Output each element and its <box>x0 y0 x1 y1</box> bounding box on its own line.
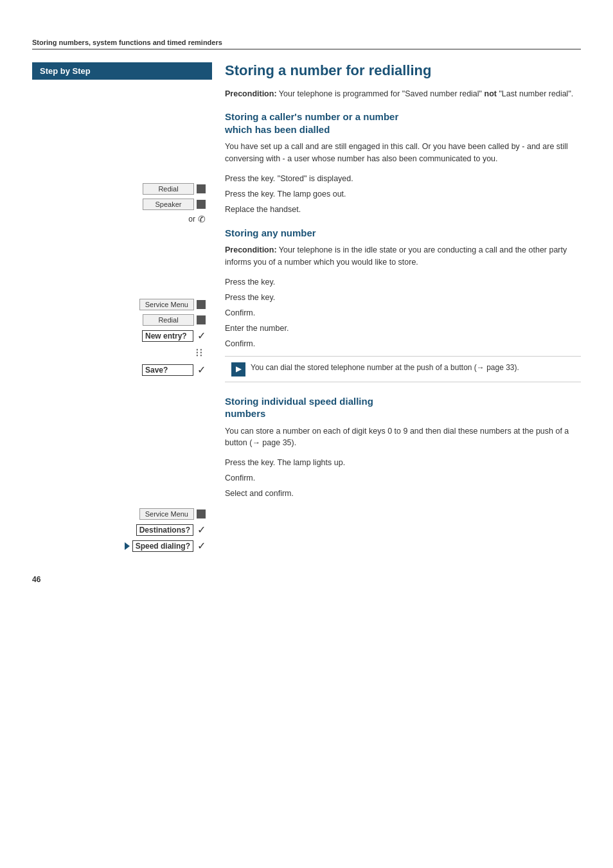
speed-dialing-check: ✓ <box>197 540 206 552</box>
section2-precondition-label: Precondition: <box>225 245 277 254</box>
section3-action3: Select and confirm. <box>225 488 581 500</box>
speaker-key-row: Speaker <box>39 199 212 210</box>
speed-dialing-arrow <box>125 542 130 550</box>
service-menu-key-row-2: Service Menu <box>39 508 212 520</box>
redial-key-row: Redial <box>39 183 212 195</box>
section2-precondition-text: Your telephone is in the idle state or y… <box>225 245 567 267</box>
save-check: ✓ <box>197 364 206 376</box>
redial-key[interactable]: Redial <box>143 183 194 195</box>
page-number: 46 <box>32 575 581 584</box>
new-entry-label: New entry? <box>142 330 193 342</box>
keypad-icon: ⁝⁝ <box>195 346 203 360</box>
section1-action1: Press the key. "Stored" is displayed. <box>225 173 581 186</box>
key-indicator-redial <box>197 184 206 193</box>
section3-action2: Confirm. <box>225 472 581 485</box>
section1-heading: Storing a caller's number or a number wh… <box>225 111 581 136</box>
key-indicator-redial2 <box>197 315 206 324</box>
precondition-1-text2: "Last number redial". <box>497 89 573 98</box>
service-menu-key-row-1: Service Menu <box>39 299 212 310</box>
section2-action3: Confirm. <box>225 307 581 320</box>
or-text: or <box>188 215 195 224</box>
section1-action3: Replace the handset. <box>225 204 581 217</box>
precondition-1-label: Precondition: <box>225 89 277 98</box>
redial-key-row-2: Redial <box>39 314 212 326</box>
info-box: ▶ You can dial the stored telephone numb… <box>225 356 581 382</box>
precondition-1: Precondition: Your telephone is programm… <box>225 88 581 100</box>
speed-dialing-row: Speed dialing? ✓ <box>39 540 212 552</box>
new-entry-check: ✓ <box>197 330 206 342</box>
section3-heading-line1: Storing individual speed dialling <box>225 396 373 407</box>
service-menu-key-1[interactable]: Service Menu <box>139 299 194 310</box>
new-entry-row: New entry? ✓ <box>39 330 212 342</box>
section1-body: You have set up a call and are still eng… <box>225 141 581 165</box>
speed-dialing-label: Speed dialing? <box>132 540 193 552</box>
right-column: Storing a number for redialling Precondi… <box>212 62 581 556</box>
main-title: Storing a number for redialling <box>225 62 581 79</box>
precondition-1-bold: not <box>484 89 497 98</box>
save-row: Save? ✓ <box>39 364 212 376</box>
handset-icon: ✆ <box>198 214 206 224</box>
key-indicator-service2 <box>197 509 206 518</box>
precondition-1-text: Your telephone is programmed for "Saved … <box>277 89 484 98</box>
speaker-key[interactable]: Speaker <box>143 199 194 210</box>
section1-action2: Press the key. The lamp goes out. <box>225 188 581 201</box>
page-header: Storing numbers, system functions and ti… <box>32 39 581 49</box>
section2-precondition: Precondition: Your telephone is in the i… <box>225 244 581 269</box>
section3-action1: Press the key. The lamp lights up. <box>225 457 581 470</box>
section1-heading-line1: Storing a caller's number or a number <box>225 111 398 122</box>
section2-heading: Storing any number <box>225 227 581 240</box>
destinations-label: Destinations? <box>136 524 193 536</box>
key-indicator-speaker <box>197 200 206 209</box>
section2-action4: Enter the number. <box>225 323 581 335</box>
section2-action1: Press the key. <box>225 276 581 289</box>
left-column: Step by Step Redial Speaker or ✆ <box>32 62 212 556</box>
destinations-row: Destinations? ✓ <box>39 524 212 536</box>
section2-action5: Confirm. <box>225 338 581 351</box>
redial-key-2[interactable]: Redial <box>143 314 194 326</box>
or-handset-row: or ✆ <box>39 214 212 224</box>
destinations-check: ✓ <box>197 524 206 536</box>
section3-body: You can store a number on each of digit … <box>225 425 581 450</box>
section1-heading-line2: which has been dialled <box>225 124 330 135</box>
keypad-row: ⁝⁝ <box>39 346 212 360</box>
step-by-step-title: Step by Step <box>32 62 212 80</box>
service-menu-key-2[interactable]: Service Menu <box>139 508 194 520</box>
section3-heading-line2: numbers <box>225 408 265 419</box>
section3-heading: Storing individual speed dialling number… <box>225 395 581 420</box>
key-indicator-service1 <box>197 300 206 309</box>
save-label: Save? <box>142 364 193 376</box>
info-icon: ▶ <box>231 362 245 376</box>
info-text: You can dial the stored telephone number… <box>251 362 519 373</box>
section2-action2: Press the key. <box>225 292 581 305</box>
